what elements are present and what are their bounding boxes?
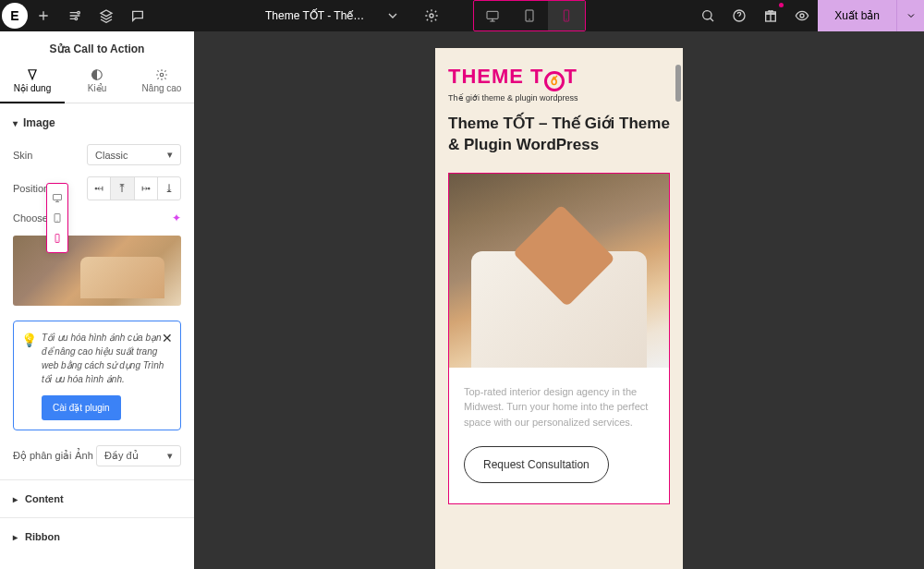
skin-select[interactable]: Classic ▾	[87, 144, 181, 165]
popup-tablet-button[interactable]	[47, 208, 67, 228]
page-heading: Theme TỐT – Thế Giới Theme & Plugin Word…	[448, 114, 670, 156]
tab-advanced[interactable]: Nâng cao	[129, 63, 194, 103]
settings-sliders-icon[interactable]	[59, 0, 91, 31]
widget-title: Sửa Call to Action	[0, 31, 194, 63]
position-toggle: ⤟ ⤒ ⤠ ⤓	[87, 176, 181, 200]
svg-rect-12	[54, 195, 62, 200]
mobile-preview-frame: THEME TốT Thế giới theme & plugin wordpr…	[435, 48, 683, 569]
popup-mobile-button[interactable]	[47, 228, 67, 248]
resolution-select[interactable]: Đầy đủ ▾	[96, 445, 181, 466]
tab-style[interactable]: Kiểu	[65, 63, 129, 103]
popup-desktop-button[interactable]	[47, 188, 67, 208]
skin-value: Classic	[95, 150, 128, 161]
svg-point-6	[703, 11, 711, 19]
section-image-label: Image	[23, 116, 55, 129]
editor-sidebar: Sửa Call to Action Nội dung Kiểu Nâng ca…	[0, 31, 194, 569]
comment-icon[interactable]	[122, 0, 153, 31]
svg-point-1	[75, 18, 78, 20]
tab-style-label: Kiểu	[88, 83, 106, 93]
install-plugin-button[interactable]: Cài đặt plugin	[42, 395, 121, 420]
chevron-down-icon: ▾	[167, 450, 173, 462]
svg-point-2	[430, 14, 433, 18]
chevron-down-icon: ▾	[167, 149, 173, 161]
chevron-right-icon: ▸	[13, 494, 18, 504]
tab-advanced-label: Nâng cao	[142, 83, 182, 93]
image-preview[interactable]	[13, 236, 181, 306]
chevron-down-icon[interactable]	[377, 0, 408, 31]
cta-image	[449, 174, 669, 368]
device-mobile-button[interactable]	[548, 1, 585, 30]
page-title: Theme TỐT - Thế…	[260, 9, 370, 22]
section-image-header[interactable]: ▾ Image	[0, 103, 194, 139]
gear-icon[interactable]	[416, 0, 447, 31]
publish-button[interactable]: Xuất bản	[818, 0, 896, 31]
cta-description: Top-rated interior design agency in the …	[464, 384, 654, 430]
position-bottom-button[interactable]: ⤓	[158, 177, 180, 200]
lightbulb-icon: 💡	[21, 331, 37, 350]
section-ribbon-label: Ribbon	[25, 531, 60, 542]
tip-text: Tối ưu hóa hình ảnh của bạn để nâng cao …	[42, 333, 164, 384]
ai-sparkle-icon[interactable]: ✦	[172, 212, 181, 224]
device-desktop-button[interactable]	[474, 1, 511, 30]
svg-point-9	[800, 14, 804, 18]
chevron-down-icon: ▾	[13, 118, 18, 128]
preview-canvas: THEME TốT Thế giới theme & plugin wordpr…	[194, 31, 924, 569]
section-content-label: Content	[25, 493, 64, 504]
chevron-right-icon: ▸	[13, 532, 18, 542]
logo-subtitle: Thế giới theme & plugin wordpress	[448, 93, 670, 103]
cta-widget[interactable]: Top-rated interior design agency in the …	[448, 173, 670, 505]
cta-button[interactable]: Request Consultation	[464, 446, 609, 483]
svg-point-11	[160, 73, 164, 77]
resolution-value: Đầy đủ	[104, 450, 139, 462]
resolution-label: Độ phân giải Ảnh	[13, 450, 96, 462]
optimization-tip: 💡 ✕ Tối ưu hóa hình ảnh của bạn để nâng …	[13, 321, 181, 430]
gift-icon[interactable]	[755, 0, 786, 31]
section-ribbon-header[interactable]: ▸ Ribbon	[0, 517, 194, 555]
tab-content-label: Nội dung	[14, 83, 51, 93]
svg-point-0	[78, 11, 80, 14]
position-left-button[interactable]: ⤟	[88, 177, 111, 200]
scrollbar[interactable]	[675, 65, 681, 102]
section-content-header[interactable]: ▸ Content	[0, 479, 194, 517]
device-tablet-button[interactable]	[511, 1, 548, 30]
layers-icon[interactable]	[91, 0, 122, 31]
search-icon[interactable]	[692, 0, 723, 31]
elementor-logo[interactable]: E	[2, 3, 28, 29]
site-logo: THEME TốT Thế giới theme & plugin wordpr…	[448, 65, 670, 103]
tab-content[interactable]: Nội dung	[0, 63, 65, 103]
responsive-device-popup	[46, 183, 68, 253]
device-switcher	[473, 0, 586, 31]
add-icon[interactable]	[28, 0, 59, 31]
help-icon[interactable]	[723, 0, 755, 31]
preview-icon[interactable]	[786, 0, 818, 31]
close-icon[interactable]: ✕	[162, 329, 173, 348]
position-top-button[interactable]: ⤒	[111, 177, 134, 200]
position-right-button[interactable]: ⤠	[135, 177, 158, 200]
svg-rect-3	[487, 11, 498, 18]
skin-label: Skin	[13, 150, 87, 161]
publish-chevron-button[interactable]	[896, 0, 924, 31]
